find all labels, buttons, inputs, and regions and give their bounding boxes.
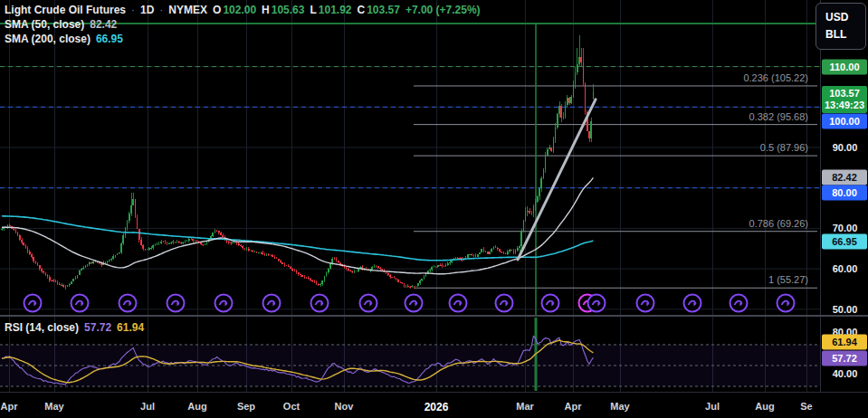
sma200-value: 66.95	[96, 33, 123, 45]
rsi-value: 57.72	[84, 321, 111, 334]
sma200-row[interactable]: SMA (200, close) 66.95	[5, 32, 481, 46]
price-badge-66.95[interactable]: 66.95	[822, 234, 867, 250]
rsi-ma-value: 61.94	[117, 321, 144, 334]
time-label-month: Apr	[1, 401, 18, 412]
ohlc-high: H105.63	[262, 4, 304, 16]
contract-rollover-icon[interactable]	[167, 295, 185, 312]
contract-rollover-icon[interactable]	[360, 295, 377, 312]
time-label-month: Nov	[335, 401, 354, 412]
ohlc-close: C103.57	[358, 4, 400, 16]
axis-divider	[0, 392, 868, 393]
interval-label[interactable]: 1D	[140, 4, 154, 16]
price-badge-110.00[interactable]: 110.00	[822, 60, 867, 75]
contract-rollover-icon[interactable]	[637, 295, 654, 312]
pane-divider[interactable]	[0, 315, 868, 317]
separator: ·	[131, 4, 135, 16]
contract-rollover-icon[interactable]	[72, 295, 89, 312]
contract-rollover-icon[interactable]	[450, 295, 467, 312]
time-label-month: May	[44, 401, 63, 412]
rsi-label: RSI (14, close)	[5, 321, 79, 334]
contract-rollover-icon[interactable]	[588, 295, 606, 312]
price-tick: 90.00	[821, 142, 868, 153]
unit-option-bll[interactable]: BLL	[825, 29, 865, 41]
price-tick: 70.00	[821, 223, 868, 233]
fib-label: 0.5 (87.96)	[760, 142, 808, 153]
price-tick: 40.00	[821, 368, 868, 379]
time-label-month: Se	[800, 401, 812, 412]
time-label-month: Apr	[565, 401, 582, 412]
price-badge-57.72[interactable]: 57.72	[822, 351, 867, 366]
separator: ·	[159, 4, 163, 16]
time-label-month: Sep	[237, 401, 255, 412]
change-label: +7.00 (+7.25%)	[405, 4, 481, 16]
contract-rollover-icon[interactable]	[405, 295, 423, 312]
time-label-month: Aug	[187, 401, 206, 412]
contract-rollover-icon[interactable]	[730, 295, 748, 312]
contract-rollover-icon[interactable]	[684, 295, 701, 312]
time-label-month: Jul	[140, 401, 155, 412]
fib-label: 0.236 (105.22)	[743, 72, 808, 83]
chart-window: 0.236 (105.22)0.382 (95.68)0.5 (87.96)0.…	[0, 0, 868, 418]
contract-rollover-icon[interactable]	[24, 295, 42, 312]
price-badge-100.00[interactable]: 100.00	[822, 114, 867, 129]
fib-label: 0.786 (69.26)	[749, 218, 808, 229]
sma200-line[interactable]	[2, 216, 593, 261]
price-badge-103.57[interactable]: 103.5713:49:23	[822, 86, 867, 113]
fib-retracement[interactable]: 0.236 (105.22)0.382 (95.68)0.5 (87.96)0.…	[0, 24, 820, 288]
symbol-legend[interactable]: Light Crude Oil Futures · 1D · NYMEX O10…	[5, 3, 481, 46]
candlestick-series[interactable]	[1, 35, 594, 289]
price-tick: 60.00	[821, 263, 868, 274]
time-label-month: May	[610, 401, 629, 412]
contract-rollover-icon[interactable]	[542, 295, 559, 312]
price-badge-82.42[interactable]: 82.42	[822, 170, 867, 185]
fib-label: 0.382 (95.68)	[749, 111, 808, 122]
time-label-month: Oct	[283, 401, 300, 412]
sma50-label: SMA (50, close)	[5, 18, 84, 31]
contract-rollover-icon[interactable]	[215, 295, 233, 312]
sma50-line[interactable]	[2, 177, 593, 273]
unit-selector[interactable]: USD BLL	[816, 3, 866, 50]
time-label-month: Jul	[705, 401, 720, 412]
contract-rollover-icon[interactable]	[311, 295, 329, 312]
price-tick: 50.00	[821, 304, 868, 315]
price-scale[interactable]: 90.0070.0060.0050.0080.0040.00110.00103.…	[820, 0, 868, 393]
sma50-row[interactable]: SMA (50, close) 82.42	[5, 17, 481, 32]
symbol-row: Light Crude Oil Futures · 1D · NYMEX O10…	[5, 3, 481, 17]
symbol-title[interactable]: Light Crude Oil Futures	[5, 4, 126, 16]
contract-rollover-icon[interactable]	[119, 295, 137, 312]
currency-option-usd[interactable]: USD	[825, 12, 865, 24]
sma200-label: SMA (200, close)	[5, 33, 91, 45]
contract-rollover-icon[interactable]	[263, 295, 281, 312]
time-label-month: Aug	[755, 401, 774, 412]
price-badge-80.00[interactable]: 80.00	[822, 185, 867, 201]
ohlc-low: L101.92	[310, 4, 351, 16]
price-badge-61.94[interactable]: 61.94	[822, 335, 867, 350]
fib-label: 1 (55.27)	[768, 274, 808, 285]
time-label-month: Mar	[516, 401, 534, 412]
ohlc-open: O102.00	[213, 4, 256, 16]
contract-rollover-icon[interactable]	[496, 295, 513, 312]
exchange-label: NYMEX	[168, 4, 207, 16]
sma50-value: 82.42	[90, 18, 117, 31]
rsi-legend[interactable]: RSI (14, close) 57.72 61.94	[5, 320, 144, 335]
contract-rollover-icon[interactable]	[777, 295, 795, 312]
time-label-year: 2026	[424, 401, 449, 413]
time-axis[interactable]: AprMayJulAugSepOctNov2026MarAprMayJulAug…	[0, 393, 868, 418]
